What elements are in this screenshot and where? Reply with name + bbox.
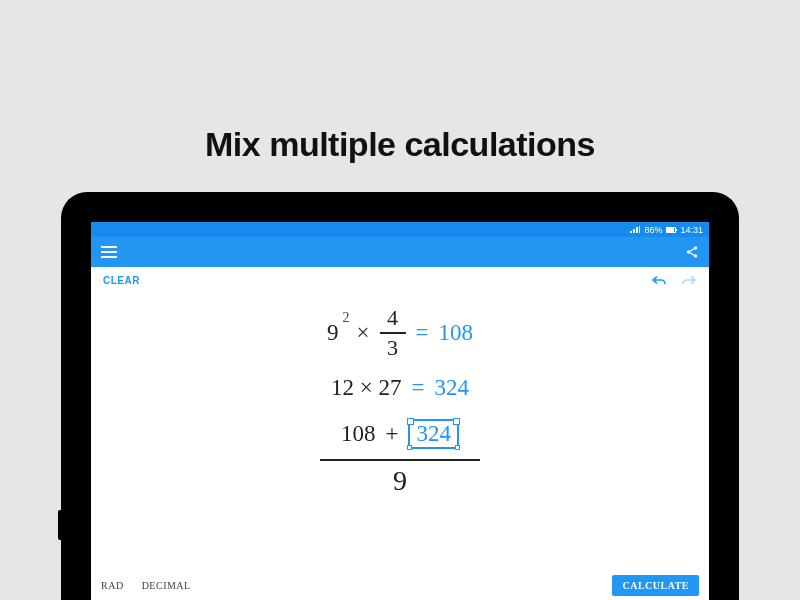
eq2-lhs: 12 × 27 <box>331 375 401 401</box>
battery-percent: 86% <box>644 225 662 235</box>
eq1-result: 108 <box>438 320 473 346</box>
app-bar <box>91 237 709 267</box>
svg-point-2 <box>694 254 698 258</box>
angle-mode-toggle[interactable]: RAD <box>101 580 124 591</box>
status-bar: 86% 14:31 <box>91 222 709 237</box>
eq1-equals: = <box>416 320 429 346</box>
eq1-fraction: 4 3 <box>380 307 406 359</box>
number-mode-toggle[interactable]: DECIMAL <box>142 580 191 591</box>
eq2-equals: = <box>412 375 425 401</box>
tablet-screen: 86% 14:31 CLEAR 9 <box>91 222 709 600</box>
undo-icon[interactable] <box>651 274 667 286</box>
eq1-exponent: 2 <box>343 310 350 326</box>
eq1-frac-den: 3 <box>387 337 398 359</box>
signal-icon <box>630 226 640 234</box>
eq3-denominator: 9 <box>91 465 709 497</box>
eq3-b: 324 <box>416 421 451 446</box>
eq3-a: 108 <box>341 421 376 447</box>
status-time: 14:31 <box>680 225 703 235</box>
eq1-base: 9 <box>327 320 339 345</box>
menu-icon[interactable] <box>101 246 117 258</box>
redo-icon[interactable] <box>681 274 697 286</box>
eq1-op: × <box>357 320 370 346</box>
equation-row-3: 108 + 324 <box>91 419 709 449</box>
svg-point-1 <box>687 250 691 254</box>
equation-row-2: 12 × 27 = 324 <box>91 375 709 401</box>
fraction-bar <box>320 459 480 461</box>
share-icon[interactable] <box>685 245 699 259</box>
battery-icon <box>666 227 676 233</box>
clear-button[interactable]: CLEAR <box>103 275 140 286</box>
eq1-frac-num: 4 <box>387 307 398 329</box>
math-canvas[interactable]: 9 2 × 4 3 = 108 12 × 27 = 324 108 + <box>91 293 709 600</box>
tablet-frame: 86% 14:31 CLEAR 9 <box>61 192 739 600</box>
marketing-headline: Mix multiple calculations <box>0 125 800 164</box>
tablet-power-button <box>58 510 61 540</box>
bottom-bar: RAD DECIMAL CALCULATE <box>91 570 709 600</box>
toolbar: CLEAR <box>91 267 709 293</box>
eq3-op: + <box>386 421 399 447</box>
equation-row-1: 9 2 × 4 3 = 108 <box>91 307 709 359</box>
calculate-button[interactable]: CALCULATE <box>612 575 699 596</box>
svg-point-0 <box>694 246 698 250</box>
eq2-result: 324 <box>434 375 469 401</box>
selection-box[interactable]: 324 <box>408 419 459 449</box>
